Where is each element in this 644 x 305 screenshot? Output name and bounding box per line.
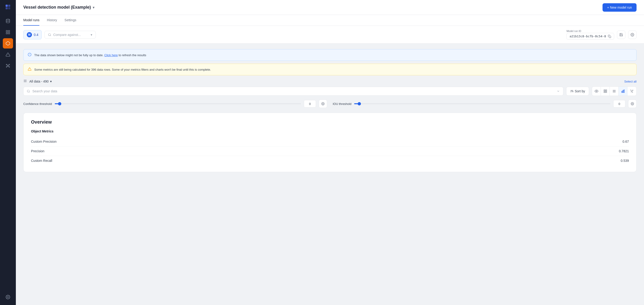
svg-marker-9 (6, 42, 10, 46)
view-eye-button[interactable] (592, 87, 601, 96)
svg-line-18 (8, 65, 9, 66)
svg-rect-8 (8, 33, 10, 34)
iou-threshold-input[interactable] (613, 100, 625, 108)
all-data-dropdown[interactable]: All data - 490 ▾ (29, 80, 52, 83)
search-input-wrap[interactable] (23, 87, 564, 96)
view-scatter-button[interactable] (628, 87, 636, 96)
svg-line-35 (29, 92, 30, 93)
model-title-text: Vessel detection model (Example) (23, 5, 91, 10)
svg-rect-3 (8, 7, 10, 9)
svg-rect-41 (604, 90, 605, 91)
svg-line-19 (7, 66, 8, 67)
overview-card: Overview Object Metrics Custom Precision… (23, 113, 636, 172)
svg-rect-43 (604, 91, 605, 93)
compare-chevron-icon: ▾ (91, 33, 92, 37)
search-sort-bar: Sort by (23, 87, 636, 96)
alert-info-text: The data shown below might not be fully … (34, 53, 146, 57)
search-icon (48, 33, 51, 36)
confidence-slider[interactable] (55, 103, 301, 104)
sidebar-item-active-learning[interactable] (3, 38, 13, 49)
tab-bar: Model runs History Settings (16, 15, 644, 26)
confidence-threshold-group: Confidence threshold (23, 100, 327, 108)
svg-rect-7 (6, 33, 8, 34)
select-all-button[interactable]: Select all (624, 80, 636, 83)
warning-icon (28, 67, 32, 72)
iou-slider[interactable] (354, 103, 610, 104)
sidebar-item-quality[interactable] (3, 50, 13, 60)
sidebar-logo[interactable] (4, 3, 12, 11)
svg-point-21 (8, 296, 8, 298)
model-run-id-value: a21b13c8-bcfb-0c54-8 (570, 35, 606, 38)
metric-row-custom-recall: Custom Recall 0.539 (31, 156, 629, 165)
metric-name-custom-recall: Custom Recall (31, 159, 621, 163)
new-model-run-button[interactable]: + New model run (602, 3, 636, 12)
alert-warning-text: Some metrics are still being calculated … (34, 68, 211, 71)
svg-point-53 (631, 92, 632, 92)
sidebar-item-integrations[interactable] (3, 61, 13, 71)
metric-name-precision: Precision (31, 149, 619, 153)
compare-against-dropdown[interactable]: Compare against... ▾ (44, 31, 96, 39)
svg-rect-50 (624, 90, 624, 93)
svg-point-40 (596, 91, 597, 92)
sidebar-item-datasets[interactable] (3, 16, 13, 26)
title-chevron-icon: ▾ (93, 6, 94, 9)
iou-settings-icon-button[interactable] (628, 100, 636, 108)
alert-info: The data shown below might not be fully … (23, 49, 636, 61)
sort-by-button[interactable]: Sort by (566, 87, 589, 96)
metric-value-custom-recall: 0.539 (621, 159, 629, 163)
metric-value-custom-precision: 0.67 (622, 140, 629, 143)
hamburger-icon[interactable] (23, 79, 27, 84)
svg-point-56 (322, 103, 324, 104)
svg-rect-2 (6, 7, 8, 9)
save-icon-button[interactable] (617, 31, 625, 39)
svg-point-14 (9, 64, 10, 65)
view-toggle-group (592, 87, 636, 96)
view-chart-button[interactable] (618, 87, 628, 96)
tab-model-runs[interactable]: Model runs (23, 15, 40, 26)
compare-placeholder: Compare against... (53, 33, 89, 37)
sort-by-label: Sort by (575, 89, 585, 93)
svg-rect-42 (606, 90, 607, 91)
svg-point-13 (6, 64, 7, 65)
all-data-chevron-icon: ▾ (50, 80, 52, 83)
svg-point-55 (632, 92, 633, 92)
svg-point-25 (632, 34, 633, 35)
view-list-button[interactable] (610, 87, 618, 96)
svg-rect-5 (6, 31, 8, 32)
svg-rect-0 (6, 5, 8, 7)
model-badge[interactable]: M 0.4 (23, 30, 42, 40)
settings-icon-button[interactable] (628, 31, 636, 39)
metric-value-precision: 0.7821 (619, 149, 629, 153)
model-run-id-group: Model run ID a21b13c8-bcfb-0c54-8 (566, 30, 636, 40)
svg-point-15 (6, 67, 7, 67)
sidebar-item-settings[interactable] (3, 292, 13, 302)
object-metrics-title: Object Metrics (31, 129, 629, 133)
svg-point-57 (632, 103, 633, 104)
svg-rect-1 (8, 5, 10, 7)
model-title[interactable]: Vessel detection model (Example) ▾ (23, 5, 94, 10)
app-header: Vessel detection model (Example) ▾ + New… (16, 0, 644, 15)
all-data-label: All data - 490 (29, 80, 49, 83)
model-badge-letter: M (27, 32, 32, 37)
info-icon (28, 53, 32, 57)
view-grid-button[interactable] (601, 87, 610, 96)
confidence-settings-icon-button[interactable] (319, 100, 327, 108)
sidebar-item-models[interactable] (3, 27, 13, 37)
filter-bar: All data - 490 ▾ Select all (23, 79, 636, 84)
tab-settings[interactable]: Settings (64, 15, 76, 26)
confidence-threshold-input[interactable] (304, 100, 316, 108)
tab-history[interactable]: History (47, 15, 57, 26)
copy-icon[interactable] (608, 35, 611, 38)
svg-rect-48 (622, 91, 622, 93)
alert-refresh-link[interactable]: Click here (104, 53, 118, 57)
metric-row-precision: Precision 0.7821 (31, 146, 629, 156)
metric-row-custom-precision: Custom Precision 0.67 (31, 137, 629, 146)
scrollable-content: The data shown below might not be fully … (16, 44, 644, 305)
model-run-id-box[interactable]: a21b13c8-bcfb-0c54-8 (566, 33, 614, 40)
search-input[interactable] (32, 89, 554, 93)
model-run-controls: M 0.4 Compare against... ▾ Model run ID … (16, 26, 644, 44)
iou-threshold-group: IOU threshold (333, 100, 636, 108)
metric-name-custom-precision: Custom Precision (31, 140, 622, 143)
svg-line-23 (50, 35, 51, 36)
svg-rect-24 (609, 36, 611, 38)
